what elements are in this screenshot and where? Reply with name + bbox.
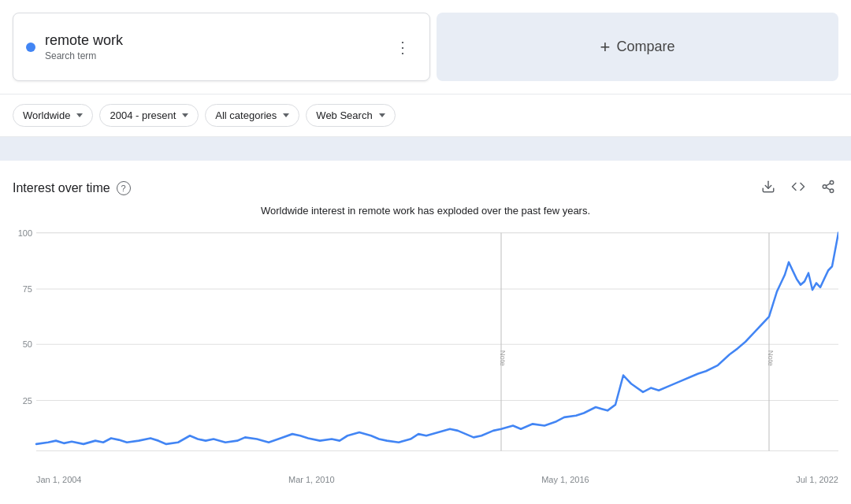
trend-line xyxy=(36,233,838,444)
chevron-down-icon xyxy=(283,113,289,117)
svg-text:25: 25 xyxy=(23,395,32,405)
filter-timerange-label: 2004 - present xyxy=(110,109,176,121)
search-term-card: remote work Search term ⋮ xyxy=(13,13,430,81)
search-term-dot xyxy=(26,43,35,52)
filter-location[interactable]: Worldwide xyxy=(13,104,93,127)
filter-category[interactable]: All categories xyxy=(205,104,299,127)
filter-location-label: Worldwide xyxy=(23,109,70,121)
svg-line-4 xyxy=(826,187,830,190)
search-term-type: Search term xyxy=(45,50,123,61)
chart-container: 100 75 50 25 Note Note Jan 1, 2004 Mar 1… xyxy=(13,224,838,484)
chart-actions xyxy=(758,176,838,200)
compare-card[interactable]: + Compare xyxy=(437,13,838,81)
svg-text:Note: Note xyxy=(499,350,507,366)
svg-text:75: 75 xyxy=(23,284,32,294)
chevron-down-icon xyxy=(182,113,188,117)
chart-section: Interest over time ? xyxy=(0,161,851,492)
help-icon[interactable]: ? xyxy=(117,181,131,195)
filter-searchtype[interactable]: Web Search xyxy=(306,104,395,127)
filter-timerange[interactable]: 2004 - present xyxy=(99,104,199,127)
more-options-button[interactable]: ⋮ xyxy=(388,35,417,60)
chevron-down-icon xyxy=(379,113,385,117)
compare-button[interactable]: + Compare xyxy=(600,37,675,57)
chart-title-row: Interest over time ? xyxy=(13,181,131,195)
trend-chart: 100 75 50 25 Note Note xyxy=(13,224,838,484)
highlight-bar xyxy=(0,137,851,161)
svg-text:Note: Note xyxy=(767,350,775,366)
chart-subtitle: Worldwide interest in remote work has ex… xyxy=(13,205,838,217)
search-term-text: remote work Search term xyxy=(45,32,123,61)
chart-title: Interest over time xyxy=(13,181,110,195)
top-bar: remote work Search term ⋮ + Compare xyxy=(0,0,851,94)
search-term-name: remote work xyxy=(45,32,123,49)
svg-line-5 xyxy=(826,183,830,186)
search-term-left: remote work Search term xyxy=(26,32,123,61)
filter-bar: Worldwide 2004 - present All categories … xyxy=(0,94,851,137)
filter-category-label: All categories xyxy=(215,109,277,121)
svg-text:50: 50 xyxy=(23,339,32,349)
share-icon[interactable] xyxy=(818,176,838,200)
chevron-down-icon xyxy=(76,113,83,117)
chart-header: Interest over time ? xyxy=(13,176,838,200)
download-icon[interactable] xyxy=(758,176,779,200)
compare-label: Compare xyxy=(616,39,674,55)
compare-plus-icon: + xyxy=(600,37,611,57)
svg-text:100: 100 xyxy=(18,228,32,238)
embed-icon[interactable] xyxy=(788,176,808,200)
filter-searchtype-label: Web Search xyxy=(316,109,372,121)
